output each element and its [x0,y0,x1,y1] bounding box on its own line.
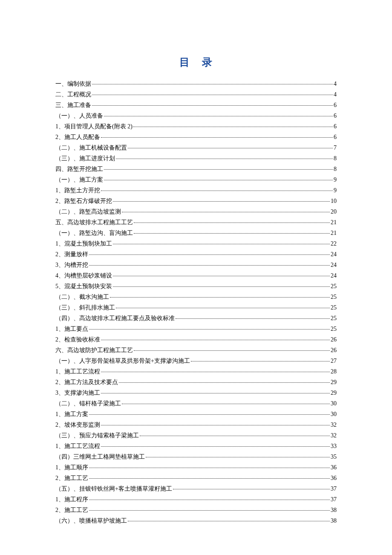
toc-entry: 二、工程概况4 [55,92,337,98]
toc-entry-page: 36 [331,475,337,481]
toc-leader-dots [101,137,333,138]
toc-entry: 1、路堑土方开挖9 [55,188,337,194]
toc-entry-text: （三）、施工进度计划 [55,156,115,162]
toc-entry-page: 7 [334,145,337,151]
toc-entry-text: 1、施工工艺流程 [55,443,100,449]
toc-entry-text: 1、混凝土预制块加工 [55,241,112,247]
toc-entry: 2、测量放样24 [55,251,337,257]
toc-leader-dots [140,436,330,436]
toc-entry-page: 20 [331,209,337,215]
toc-leader-dots [173,489,330,489]
toc-entry-page: 36 [331,465,337,471]
toc-leader-dots [134,350,330,351]
table-of-contents: 一、编制依据4二、工程概况4三、施工准备6（一）、人员准备61、项目管理人员配备… [55,81,337,524]
toc-entry-page: 6 [334,113,337,119]
toc-entry: 1、施工工艺流程33 [55,443,337,449]
toc-entry-text: （二）、路堑高边坡监测 [55,209,121,215]
toc-entry-text: 3、沟槽开挖 [55,262,88,268]
toc-leader-dots [104,116,333,116]
toc-entry-text: 2、检查验收标准 [55,337,100,343]
toc-title: 目录 [55,55,337,69]
toc-entry-page: 30 [331,401,337,407]
toc-entry-text: 1、施工方案 [55,411,88,417]
toc-entry-text: （三）、预应力锚索格子梁施工 [55,433,139,439]
toc-entry-page: 4 [334,81,337,87]
toc-leader-dots [89,329,330,330]
toc-entry: 1、混凝土预制块加工22 [55,241,337,247]
title-left: 目 [179,57,190,68]
toc-entry-text: 一、编制依据 [55,81,91,87]
toc-entry: 2、施工工艺36 [55,475,337,481]
toc-leader-dots [113,276,330,276]
toc-entry-text: 2、施工工艺 [55,507,88,513]
toc-entry-text: 4、沟槽垫层砂浆铺设 [55,273,112,279]
toc-entry: 五、高边坡排水工程施工工艺21 [55,220,337,225]
toc-entry-page: 32 [331,422,337,428]
toc-entry: （二）、锚杆格子梁施工30 [55,401,337,407]
toc-entry: 2、施工工艺38 [55,507,337,513]
toc-entry: 1、施工要点25 [55,326,337,332]
toc-leader-dots [89,265,330,266]
toc-entry-page: 25 [331,294,337,300]
toc-leader-dots [92,105,333,106]
toc-entry-text: 2、测量放样 [55,251,88,257]
toc-entry-page: 9 [334,177,337,183]
toc-entry-page: 25 [331,326,337,332]
toc-entry-text: 1、施工程序 [55,497,88,503]
toc-entry: （四）、高边坡排水工程施工要点及验收标准25 [55,315,337,321]
toc-entry-text: （二）、施工机械设备配置 [55,145,127,151]
toc-entry-page: 28 [331,369,337,375]
toc-entry: （二）、截水沟施工25 [55,294,337,300]
toc-entry-page: 26 [331,337,337,343]
toc-entry-text: 二、工程概况 [55,92,91,98]
toc-entry-text: 2、施工人员配备 [55,134,100,140]
toc-entry-page: 21 [331,220,337,225]
toc-leader-dots [89,478,330,479]
toc-entry-page: 8 [334,156,337,162]
toc-entry: （二）、路堑高边坡监测20 [55,209,337,215]
toc-entry-text: （三）、斜孔排水施工 [55,305,115,311]
toc-leader-dots [89,414,330,415]
toc-entry-text: （一）、人字形骨架植草及拱形骨架+支撑渗沟施工 [55,358,190,364]
toc-entry-page: 37 [331,497,337,503]
toc-entry-text: 5、混凝土预制块安装 [55,283,112,289]
toc-entry: 2、坡体变形监测32 [55,422,337,428]
toc-leader-dots [113,201,330,202]
toc-entry-page: 4 [334,92,337,98]
toc-entry-text: 五、高边坡排水工程施工工艺 [55,220,133,225]
toc-entry-text: 2、施工方法及技术要点 [55,379,118,385]
toc-entry-page: 32 [331,433,337,439]
toc-entry-text: （二）、截水沟施工 [55,294,109,300]
toc-entry-text: 2、坡体变形监测 [55,422,100,428]
toc-entry-text: 1、路堑土方开挖 [55,188,100,194]
toc-leader-dots [119,382,330,383]
toc-entry: （一）、施工方案9 [55,177,337,183]
toc-leader-dots [101,446,330,447]
toc-entry-page: 27 [331,358,337,364]
toc-leader-dots [92,84,333,84]
toc-leader-dots [134,233,330,234]
toc-entry-page: 9 [334,188,337,194]
toc-entry-page: 24 [331,273,337,279]
toc-entry: 3、沟槽开挖24 [55,262,337,268]
toc-entry: 4、沟槽垫层砂浆铺设24 [55,273,337,279]
toc-leader-dots [122,212,330,212]
toc-leader-dots [134,223,330,223]
toc-entry: 2、施工人员配备6 [55,134,337,140]
toc-entry: 1、施工工艺流程28 [55,369,337,375]
toc-entry: （一）、人员准备6 [55,113,337,119]
toc-entry-page: 30 [331,411,337,417]
toc-entry-text: 四、路堑开挖施工 [55,166,103,172]
toc-entry-text: 1、施工要点 [55,326,88,332]
toc-leader-dots [89,500,330,500]
toc-leader-dots [146,457,330,457]
toc-entry-text: 1、施工顺序 [55,465,88,471]
toc-entry-page: 29 [331,390,337,396]
toc-leader-dots [133,127,333,127]
toc-entry: 四、路堑开挖施工8 [55,166,337,172]
toc-entry-page: 24 [331,262,337,268]
toc-leader-dots [104,180,333,180]
toc-entry: （二）、施工机械设备配置7 [55,145,337,151]
toc-leader-dots [104,169,333,170]
toc-entry: （一）、路堑边沟、盲沟施工21 [55,230,337,236]
